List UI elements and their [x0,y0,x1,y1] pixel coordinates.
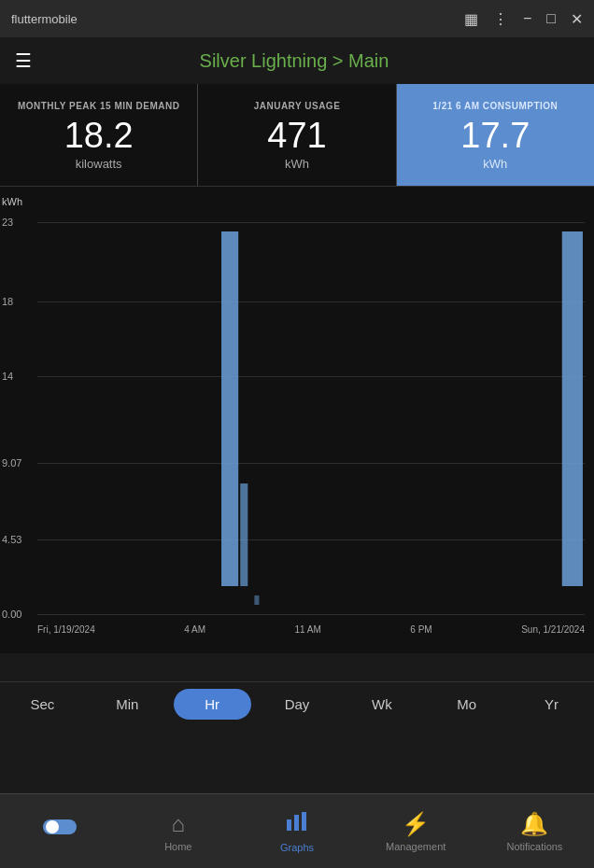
svg-rect-3 [562,231,583,586]
home-icon: ⌂ [172,811,186,837]
svg-rect-7 [294,815,299,831]
svg-point-5 [46,820,59,833]
x-axis-labels: Fri, 1/19/2024 4 AM 11 AM 6 PM Sun, 1/21… [37,624,585,635]
tab-hr[interactable]: Hr [174,689,251,720]
bar-chart-svg [285,810,309,833]
svg-rect-0 [221,231,238,586]
y-tick-23: 23 [2,217,13,228]
y-tick-14: 14 [2,371,13,382]
nav-item-graphs[interactable]: Graphs [237,803,356,861]
nav-item-toggle[interactable] [0,810,119,852]
svg-rect-1 [240,483,248,586]
nav-label-home: Home [164,841,191,852]
stat-unit-1: kWh [285,157,309,171]
nav-label-notifications: Notifications [506,841,562,852]
page-title: Silver Lightning > Main [32,50,557,72]
restore-icon[interactable]: □ [546,10,556,27]
more-icon[interactable]: ⋮ [493,10,508,28]
stat-unit-0: kilowatts [76,157,122,171]
y-tick-453: 4.53 [2,534,21,545]
stat-unit-2: kWh [483,157,507,171]
chart-area: kWh 23 18 14 9.07 4.53 0.00 [0,187,594,653]
stat-label-0: MONTHLY PEAK 15 MIN DEMAND [18,100,180,112]
nav-label-management: Management [386,841,446,852]
title-bar-controls: ▦ ⋮ − □ ✕ [464,10,583,28]
y-axis-label: kWh [2,196,22,207]
tab-sec[interactable]: Sec [4,689,81,720]
y-tick-18: 18 [2,296,13,307]
stat-value-2: 17.7 [460,118,530,153]
x-label-3: 6 PM [410,624,431,635]
tab-min[interactable]: Min [89,689,166,720]
bar-chart-icon [285,810,309,838]
app-name: fluttermobile [11,12,78,26]
stat-consumption: 1/21 6 AM CONSUMPTION 17.7 kWh [397,84,594,186]
stats-row: MONTHLY PEAK 15 MIN DEMAND 18.2 kilowatt… [0,84,594,187]
minimize-icon[interactable]: − [523,10,531,27]
stat-value-1: 471 [267,118,326,153]
bottom-nav: ⌂ Home Graphs ⚡ Management 🔔 Notificatio… [0,793,594,868]
close-icon[interactable]: ✕ [571,10,583,28]
chart-wrapper: kWh 23 18 14 9.07 4.53 0.00 [0,194,594,623]
stat-monthly-peak: MONTHLY PEAK 15 MIN DEMAND 18.2 kilowatt… [0,84,198,186]
toggle-svg [43,818,77,836]
nav-label-graphs: Graphs [280,842,314,853]
x-label-4: Sun, 1/21/2024 [521,624,585,635]
nav-item-notifications[interactable]: 🔔 Notifications [475,804,594,860]
stat-value-0: 18.2 [64,118,134,153]
menu-icon[interactable]: ☰ [15,49,32,72]
y-tick-907: 9.07 [2,457,21,469]
nav-item-home[interactable]: ⌂ Home [119,804,237,860]
y-tick-0: 0.00 [2,609,21,620]
title-bar: fluttermobile ▦ ⋮ − □ ✕ [0,0,594,37]
x-label-0: Fri, 1/19/2024 [37,624,95,635]
widget-icon[interactable]: ▦ [464,10,478,28]
nav-item-management[interactable]: ⚡ Management [357,804,475,860]
stat-label-1: JANUARY USAGE [254,100,341,112]
tab-mo[interactable]: Mo [428,689,505,720]
tab-wk[interactable]: Wk [343,689,420,720]
time-tabs: Sec Min Hr Day Wk Mo Yr [0,681,594,726]
svg-rect-2 [254,595,259,605]
lightning-icon: ⚡ [402,811,430,837]
bell-icon: 🔔 [520,811,548,837]
tab-yr[interactable]: Yr [513,689,590,720]
header: ☰ Silver Lightning > Main [0,37,594,84]
svg-rect-8 [302,812,306,831]
toggle-icon [43,818,77,841]
svg-rect-6 [287,819,291,831]
chart-svg [37,222,585,614]
stat-label-2: 1/21 6 AM CONSUMPTION [432,100,558,112]
stat-january-usage: JANUARY USAGE 471 kWh [198,84,396,186]
tab-day[interactable]: Day [259,689,336,720]
y-gridline-0 [37,614,585,615]
x-label-2: 11 AM [294,624,320,635]
x-label-1: 4 AM [184,624,205,635]
